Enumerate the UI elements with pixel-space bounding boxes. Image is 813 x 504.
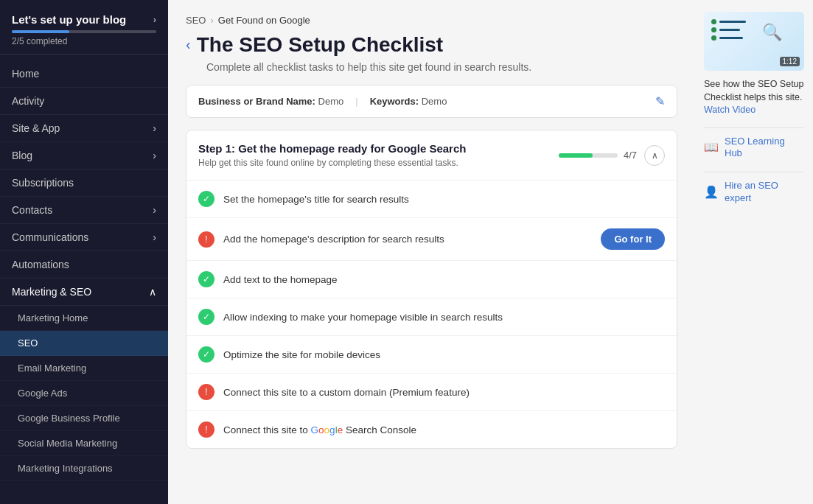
book-icon: 📖 (704, 140, 719, 155)
sidebar-item-subscriptions[interactable]: Subscriptions (0, 169, 168, 197)
status-error-icon: ! (198, 384, 214, 400)
progress-bar-fill (12, 30, 69, 33)
breadcrumb-separator: › (210, 15, 213, 26)
sidebar-sub-item-seo[interactable]: SEO (0, 331, 168, 356)
sidebar: Let's set up your blog › 2/5 completed H… (0, 0, 168, 504)
status-error-icon: ! (198, 231, 214, 248)
checklist-item-text: Add text to the homepage (223, 274, 665, 285)
checklist-item-text: Connect this site to Google Search Conso… (223, 424, 665, 435)
hire-expert-link[interactable]: 👤 Hire an SEO expert (704, 180, 804, 205)
progress-bar-background (12, 30, 156, 33)
sidebar-item-home[interactable]: Home (0, 60, 168, 88)
breadcrumb-seo[interactable]: SEO (186, 15, 206, 26)
checklist-header: Step 1: Get the homepage ready for Googl… (186, 130, 677, 181)
video-thumbnail[interactable]: 🔍 1:12 (704, 12, 804, 71)
checklist-card: Step 1: Get the homepage ready for Googl… (186, 130, 677, 449)
video-check-row (711, 27, 746, 32)
seo-learning-hub-link[interactable]: 📖 SEO Learning Hub (704, 136, 804, 161)
sidebar-item-site-app[interactable]: Site & App › (0, 115, 168, 142)
page-title: The SEO Setup Checklist (197, 33, 444, 57)
back-button[interactable]: ‹ (186, 36, 191, 53)
info-bar: Business or Brand Name: Demo | Keywords:… (186, 85, 677, 118)
video-check-row (711, 35, 746, 41)
page-subtitle: Complete all checklist tasks to help thi… (206, 61, 677, 73)
keywords-field: Keywords: Demo (370, 96, 447, 107)
video-time: 1:12 (780, 57, 800, 66)
edit-icon[interactable]: ✎ (655, 94, 665, 108)
checklist-item-4: ✓ Optimize the site for mobile devices (186, 336, 677, 374)
sidebar-item-activity[interactable]: Activity (0, 88, 168, 115)
sidebar-item-contacts[interactable]: Contacts › (0, 197, 168, 224)
sidebar-sub-item-email-marketing[interactable]: Email Marketing (0, 356, 168, 381)
checklist-item-text: Allow indexing to make your homepage vis… (223, 312, 665, 323)
check-bar (719, 29, 740, 31)
check-bar (719, 21, 746, 23)
checklist-item-text: Connect this site to a custom domain (Pr… (223, 387, 665, 398)
checklist-item-6: ! Connect this site to Google Search Con… (186, 411, 677, 448)
video-check-row (711, 19, 746, 24)
blog-setup-title[interactable]: Let's set up your blog › (12, 13, 156, 26)
chevron-right-icon: › (153, 150, 156, 161)
sidebar-nav: Home Activity Site & App › Blog › Subscr… (0, 55, 168, 504)
center-panel: SEO › Get Found on Google ‹ The SEO Setu… (168, 0, 695, 504)
checklist-header-right: 4/7 ∧ (559, 145, 665, 166)
status-success-icon: ✓ (198, 309, 214, 325)
sidebar-sub-item-marketing-home[interactable]: Marketing Home (0, 306, 168, 331)
breadcrumb-current: Get Found on Google (218, 15, 310, 26)
watch-video-link[interactable]: Watch Video (704, 105, 756, 115)
right-panel-divider-2 (704, 172, 804, 172)
progress-label: 2/5 completed (12, 36, 156, 46)
right-panel-divider (704, 127, 804, 128)
checklist-item-text: Add the homepage's description for searc… (223, 234, 592, 245)
sidebar-sub-item-google-ads[interactable]: Google Ads (0, 381, 168, 406)
checklist-item-5: ! Connect this site to a custom domain (… (186, 374, 677, 411)
chevron-right-icon: › (153, 204, 156, 216)
check-bar (719, 37, 743, 39)
chevron-right-icon: › (153, 14, 156, 25)
page-header: ‹ The SEO Setup Checklist (186, 33, 677, 57)
sidebar-sub-item-google-business[interactable]: Google Business Profile (0, 406, 168, 431)
content-area: SEO › Get Found on Google ‹ The SEO Setu… (168, 0, 813, 504)
sidebar-sub-item-social-media[interactable]: Social Media Marketing (0, 431, 168, 456)
collapse-button[interactable]: ∧ (644, 145, 665, 166)
info-bar-fields: Business or Brand Name: Demo | Keywords:… (198, 96, 447, 107)
checklist-header-left: Step 1: Get the homepage ready for Googl… (198, 142, 466, 168)
main-content: SEO › Get Found on Google ‹ The SEO Setu… (168, 0, 813, 504)
check-dot (711, 27, 716, 32)
brand-field: Business or Brand Name: Demo (198, 96, 343, 107)
sidebar-sub-item-marketing-integrations[interactable]: Marketing Integrations (0, 456, 168, 481)
checklist-item-text: Set the homepage's title for search resu… (223, 194, 665, 205)
check-dot (711, 35, 716, 41)
field-divider: | (355, 96, 357, 107)
sidebar-header: Let's set up your blog › 2/5 completed (0, 0, 168, 55)
chevron-right-icon: › (153, 122, 156, 134)
sidebar-item-communications[interactable]: Communications › (0, 224, 168, 251)
status-success-icon: ✓ (198, 191, 214, 207)
chevron-right-icon: › (153, 231, 156, 243)
check-dot (711, 19, 716, 24)
checklist-step-desc: Help get this site found online by compl… (198, 158, 464, 168)
sidebar-section-marketing[interactable]: Marketing & SEO ∧ (0, 279, 168, 306)
progress-count: 4/7 (624, 150, 637, 161)
sidebar-item-automations[interactable]: Automations (0, 251, 168, 279)
status-error-icon: ! (198, 421, 214, 438)
status-success-icon: ✓ (198, 271, 214, 287)
checklist-item-2: ✓ Add text to the homepage (186, 261, 677, 298)
right-panel: 🔍 1:12 See how the SEO Setup Checklist h… (695, 0, 813, 504)
checklist-item-1: ! Add the homepage's description for sea… (186, 218, 677, 261)
breadcrumb: SEO › Get Found on Google (186, 15, 677, 26)
checklist-item-0: ✓ Set the homepage's title for search re… (186, 181, 677, 218)
video-checklist-visual (711, 19, 746, 41)
search-icon: 🔍 (762, 23, 782, 42)
person-icon: 👤 (704, 185, 719, 200)
sidebar-item-blog[interactable]: Blog › (0, 142, 168, 169)
go-for-it-button[interactable]: Go for It (601, 228, 665, 250)
progress-indicator: 4/7 (559, 150, 637, 161)
chevron-up-icon: ∧ (149, 286, 156, 298)
checklist-item-3: ✓ Allow indexing to make your homepage v… (186, 298, 677, 336)
progress-track (559, 153, 618, 158)
video-description: See how the SEO Setup Checklist helps th… (704, 78, 804, 117)
status-success-icon: ✓ (198, 346, 214, 363)
checklist-step-title: Step 1: Get the homepage ready for Googl… (198, 142, 466, 155)
progress-track-fill (559, 153, 593, 158)
